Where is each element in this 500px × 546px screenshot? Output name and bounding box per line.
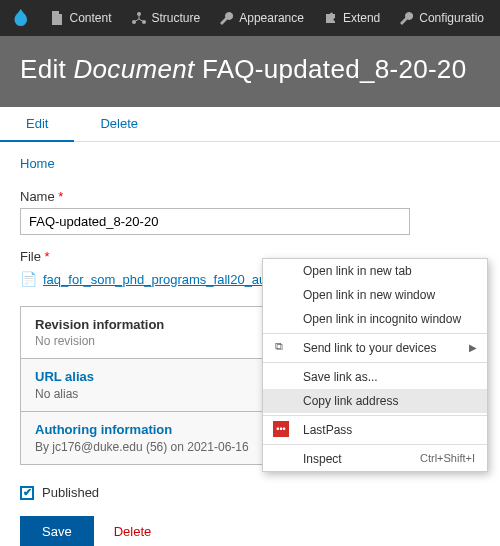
ctx-send-devices[interactable]: ⧉Send link to your devices▶: [263, 336, 487, 360]
ctx-separator: [263, 333, 487, 334]
tab-delete[interactable]: Delete: [74, 107, 164, 141]
admin-toolbar: Content Structure Appearance Extend Conf…: [0, 0, 500, 36]
context-menu: Open link in new tab Open link in new wi…: [262, 258, 488, 472]
delete-link[interactable]: Delete: [114, 524, 152, 539]
chevron-right-icon: ▶: [469, 342, 477, 353]
admin-appearance[interactable]: Appearance: [210, 0, 314, 36]
tabs: Edit Delete: [0, 107, 500, 142]
ctx-copy-link-address[interactable]: Copy link address: [263, 389, 487, 413]
ctx-shortcut: Ctrl+Shift+I: [420, 452, 475, 464]
admin-appearance-label: Appearance: [239, 11, 304, 25]
ctx-separator: [263, 415, 487, 416]
published-row: ✔ Published: [20, 485, 480, 500]
admin-extend[interactable]: Extend: [314, 0, 390, 36]
ctx-separator: [263, 444, 487, 445]
page-title-area: Edit Document FAQ-updated_8-20-20: [0, 36, 500, 107]
save-button[interactable]: Save: [20, 516, 94, 546]
tab-edit[interactable]: Edit: [0, 107, 74, 142]
published-label: Published: [42, 485, 99, 500]
ctx-save-link-as[interactable]: Save link as...: [263, 365, 487, 389]
devices-icon: ⧉: [275, 340, 283, 353]
admin-config-label: Configuratio: [419, 11, 484, 25]
wrench-icon: [220, 12, 233, 25]
file-icon: [51, 11, 63, 25]
admin-structure[interactable]: Structure: [122, 0, 211, 36]
admin-structure-label: Structure: [152, 11, 201, 25]
wrench-icon: [400, 12, 413, 25]
actions-row: Save Delete: [20, 516, 480, 546]
ctx-separator: [263, 362, 487, 363]
structure-icon: [132, 12, 146, 24]
svg-point-0: [137, 12, 141, 16]
pdf-icon: 📄: [20, 271, 37, 287]
published-checkbox[interactable]: ✔: [20, 486, 34, 500]
breadcrumb-home[interactable]: Home: [20, 156, 55, 171]
ctx-open-incognito[interactable]: Open link in incognito window: [263, 307, 487, 331]
ctx-open-new-window[interactable]: Open link in new window: [263, 283, 487, 307]
page-title: Edit Document FAQ-updated_8-20-20: [20, 54, 480, 85]
required-marker: *: [45, 249, 50, 264]
puzzle-icon: [324, 12, 337, 25]
admin-content-label: Content: [69, 11, 111, 25]
lastpass-icon: •••: [273, 421, 289, 437]
drupal-logo-icon: [10, 7, 31, 29]
admin-configuration[interactable]: Configuratio: [390, 0, 494, 36]
required-marker: *: [58, 189, 63, 204]
name-label: Name *: [20, 189, 480, 204]
admin-extend-label: Extend: [343, 11, 380, 25]
ctx-lastpass[interactable]: •••LastPass: [263, 418, 487, 442]
ctx-inspect[interactable]: InspectCtrl+Shift+I: [263, 447, 487, 471]
ctx-open-new-tab[interactable]: Open link in new tab: [263, 259, 487, 283]
admin-content[interactable]: Content: [41, 0, 121, 36]
name-input[interactable]: [20, 208, 410, 235]
